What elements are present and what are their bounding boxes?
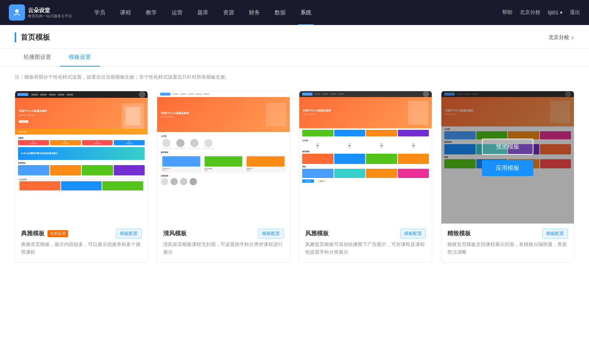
branch-selector[interactable]: 北京分校 ∨ — [549, 34, 574, 41]
nav-operations[interactable]: 运营 — [164, 0, 190, 25]
template-name-jingZhi: 精致模板 — [447, 230, 471, 238]
template-desc-fengYa: 风雅首页模板可添加轮播图下广告图片，可对课程及课程包设置学科分类展示 — [305, 241, 426, 256]
template-name-row-qingFeng: 清风模板 模板配置 — [163, 229, 284, 239]
logo-icon — [9, 4, 25, 21]
template-card-qingFeng: 托福TPO1-54真题及解析 全面 口语 写作 听力 公开课 — [157, 91, 290, 263]
template-preview-qingFeng: 托福TPO1-54真题及解析 全面 口语 写作 听力 公开课 — [157, 91, 290, 224]
template-name-row-fengYa: 风雅模板 模板配置 — [305, 229, 426, 239]
chevron-down-icon: ∨ — [571, 35, 574, 40]
page-header: 首页模板 北京分校 ∨ — [0, 25, 589, 49]
template-card-jingZhi: 托福TPO1-54真题及解析 全面提升英语能力 公开课 — [441, 91, 574, 263]
svg-point-0 — [15, 9, 19, 13]
nav-menu: 学员 课程 教学 运营 题库 资源 财务 数据 系统 — [87, 0, 502, 25]
tab-banner-settings[interactable]: 轮播图设置 — [15, 49, 60, 67]
nav-question-bank[interactable]: 题库 — [190, 0, 216, 25]
nav-teaching[interactable]: 教学 — [138, 0, 164, 25]
overlay-buttons: 预览模板 应用模板 — [482, 139, 533, 176]
template-name-row-dianYa: 典雅模板 当前应用 模板配置 — [21, 229, 142, 239]
tabs-bar: 轮播图设置 模板设置 — [0, 49, 589, 67]
nav-system[interactable]: 系统 — [293, 0, 319, 25]
config-button-qingFeng[interactable]: 模板配置 — [258, 229, 284, 239]
template-info-qingFeng: 清风模板 模板配置 清风首页模板课程无封面，可设置按学科分类对课程进行展示 — [157, 224, 290, 262]
help-link[interactable]: 帮助 — [502, 9, 512, 16]
notice-text: 注：模板有部分个性化样式设置，设置后仅当前模板生效；非个性化样式设置后只针对所有… — [15, 74, 574, 81]
logo-sub: 教育机构一站式服务云平台 — [28, 14, 72, 18]
template-info-fengYa: 风雅模板 模板配置 风雅首页模板可添加轮播图下广告图片，可对课程及课程包设置学科… — [299, 224, 432, 262]
page-wrapper: 首页模板 北京分校 ∨ 轮播图设置 模板设置 注：模板有部分个性化样式设置，设置… — [0, 25, 589, 364]
page-title: 首页模板 — [15, 32, 50, 42]
templates-grid: 托福TPO1-54真题及解析 阅读 听力 口语 写作 立即报名 精品课程推荐 — [15, 91, 574, 263]
nav-finance[interactable]: 财务 — [241, 0, 267, 25]
template-name-qingFeng: 清风模板 — [163, 230, 187, 238]
template-name-dianYa: 典雅模板 — [21, 230, 45, 238]
nav-right: 帮助 北京分校 lijt01 ▾ 退出 — [502, 9, 580, 16]
template-preview-jingZhi: 托福TPO1-54真题及解析 全面提升英语能力 公开课 — [441, 91, 574, 224]
template-preview-fengYa: 托福TPO1-54真题及解析 阅读 听力 口语 写作 — [299, 91, 432, 224]
branch-name: 北京分校 — [549, 34, 569, 41]
nav-students[interactable]: 学员 — [87, 0, 113, 25]
template-preview-dianYa: 托福TPO1-54真题及解析 阅读 听力 口语 写作 立即报名 精品课程推荐 — [15, 91, 148, 224]
config-button-fengYa[interactable]: 模板配置 — [400, 229, 426, 239]
branch-link[interactable]: 北京分校 — [520, 9, 540, 16]
nav-data[interactable]: 数据 — [267, 0, 293, 25]
logout-link[interactable]: 退出 — [570, 9, 580, 16]
template-card-dianYa: 托福TPO1-54真题及解析 阅读 听力 口语 写作 立即报名 精品课程推荐 — [15, 91, 148, 263]
template-info-dianYa: 典雅模板 当前应用 模板配置 典雅首页模板，展示内容较多，可以展示优惠券和多个推… — [15, 224, 148, 262]
template-info-jingZhi: 精致模板 模板配置 精致首页模板支持课程展示封面，各模板分隔明显，界面简洁清晰 — [441, 224, 574, 262]
user-menu[interactable]: lijt01 ▾ — [548, 10, 562, 15]
template-desc-qingFeng: 清风首页模板课程无封面，可设置按学科分类对课程进行展示 — [163, 241, 284, 256]
navbar: 云朵设堂 教育机构一站式服务云平台 学员 课程 教学 运营 题库 资源 财务 数… — [0, 0, 589, 25]
apply-template-button[interactable]: 应用模板 — [482, 160, 533, 176]
logo[interactable]: 云朵设堂 教育机构一站式服务云平台 — [9, 4, 72, 21]
config-button-dianYa[interactable]: 模板配置 — [116, 229, 142, 239]
preview-template-button[interactable]: 预览模板 — [482, 139, 533, 155]
template-desc-dianYa: 典雅首页模板，展示内容较多，可以展示优惠券和多个推荐课程 — [21, 241, 142, 256]
logo-brand: 云朵设堂 — [28, 7, 72, 14]
template-name-row-jingZhi: 精致模板 模板配置 — [447, 229, 568, 239]
config-button-jingZhi[interactable]: 模板配置 — [542, 229, 568, 239]
template-desc-jingZhi: 精致首页模板支持课程展示封面，各模板分隔明显，界面简洁清晰 — [447, 241, 568, 256]
tab-template-settings[interactable]: 模板设置 — [60, 49, 100, 67]
current-badge: 当前应用 — [47, 230, 68, 237]
nav-courses[interactable]: 课程 — [113, 0, 138, 25]
template-name-fengYa: 风雅模板 — [305, 230, 329, 238]
template-card-fengYa: 托福TPO1-54真题及解析 阅读 听力 口语 写作 — [299, 91, 432, 263]
nav-resources[interactable]: 资源 — [216, 0, 241, 25]
main-content: 注：模板有部分个性化样式设置，设置后仅当前模板生效；非个性化样式设置后只针对所有… — [0, 67, 589, 277]
